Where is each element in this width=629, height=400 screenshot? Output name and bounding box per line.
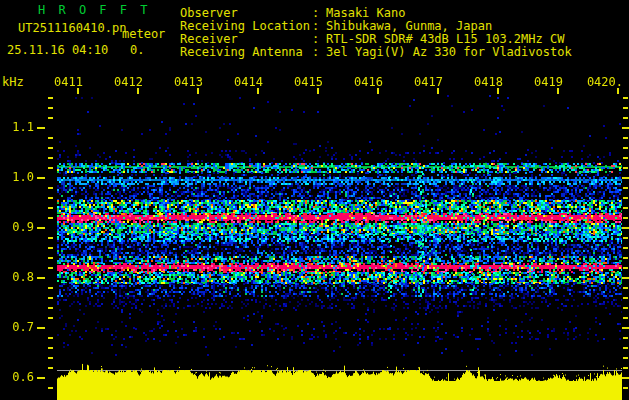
freq-minor-tick-right xyxy=(623,117,628,119)
freq-label: 0.6 xyxy=(2,371,34,384)
time-label: 0412 xyxy=(79,76,143,89)
freq-major-tick-right xyxy=(622,277,629,279)
freq-minor-tick-left xyxy=(48,267,53,269)
freq-minor-tick-right xyxy=(623,237,628,239)
spectrogram xyxy=(57,95,622,368)
freq-minor-tick-left xyxy=(48,247,53,249)
freq-minor-tick-right xyxy=(623,357,628,359)
freq-minor-tick-right xyxy=(623,97,628,99)
time-label: 0414 xyxy=(199,76,263,89)
freq-minor-tick-left xyxy=(48,237,53,239)
time-label: 0416 xyxy=(319,76,383,89)
time-label: 0411 xyxy=(19,76,83,89)
freq-minor-tick-right xyxy=(623,187,628,189)
freq-minor-tick-right xyxy=(623,147,628,149)
time-label: 0417 xyxy=(379,76,443,89)
receiving-antenna-label: Receiving Antenna xyxy=(180,46,303,59)
freq-minor-tick-right xyxy=(623,367,628,369)
freq-minor-tick-right xyxy=(623,317,628,319)
freq-major-tick-left xyxy=(37,177,45,179)
freq-label: 1.0 xyxy=(2,171,34,184)
freq-minor-tick-left xyxy=(48,167,53,169)
freq-minor-tick-right xyxy=(623,267,628,269)
freq-minor-tick-right xyxy=(623,197,628,199)
freq-minor-tick-left xyxy=(48,207,53,209)
freq-minor-tick-left xyxy=(48,337,53,339)
time-label: 0415 xyxy=(259,76,323,89)
freq-minor-tick-right xyxy=(623,387,628,389)
freq-major-tick-left xyxy=(37,127,45,129)
freq-minor-tick-left xyxy=(48,187,53,189)
freq-minor-tick-left xyxy=(48,117,53,119)
freq-minor-tick-right xyxy=(623,347,628,349)
freq-minor-tick-right xyxy=(623,137,628,139)
freq-minor-tick-left xyxy=(48,387,53,389)
echo-count: 0. xyxy=(130,44,144,57)
time-label: 0418 xyxy=(439,76,503,89)
freq-minor-tick-right xyxy=(623,167,628,169)
freq-minor-tick-left xyxy=(48,157,53,159)
signal-level-strip xyxy=(57,356,622,400)
freq-minor-tick-left xyxy=(48,97,53,99)
freq-label: 0.7 xyxy=(2,321,34,334)
freq-minor-tick-left xyxy=(48,107,53,109)
freq-major-tick-right xyxy=(622,377,629,379)
freq-minor-tick-right xyxy=(623,257,628,259)
station-name: meteor xyxy=(122,28,165,41)
receiving-antenna-value: 3el Yagi(V) Az 330 for Vladivostok xyxy=(326,46,572,59)
freq-minor-tick-left xyxy=(48,137,53,139)
freq-minor-tick-right xyxy=(623,307,628,309)
freq-minor-tick-left xyxy=(48,217,53,219)
freq-major-tick-left xyxy=(37,227,45,229)
freq-minor-tick-right xyxy=(623,107,628,109)
freq-minor-tick-right xyxy=(623,337,628,339)
hrofft-screenshot: H R O F F T UT2511160410.pn meteor 25.11… xyxy=(0,0,629,400)
freq-minor-tick-right xyxy=(623,217,628,219)
freq-label: 0.9 xyxy=(2,221,34,234)
freq-major-tick-right xyxy=(622,327,629,329)
freq-minor-tick-left xyxy=(48,197,53,199)
app-title: H R O F F T xyxy=(38,4,150,17)
freq-minor-tick-right xyxy=(623,247,628,249)
time-label: 0420. xyxy=(559,76,623,89)
freq-minor-tick-left xyxy=(48,347,53,349)
freq-minor-tick-left xyxy=(48,317,53,319)
freq-minor-tick-left xyxy=(48,367,53,369)
freq-minor-tick-left xyxy=(48,147,53,149)
freq-major-tick-right xyxy=(622,127,629,129)
freq-label: 1.1 xyxy=(2,121,34,134)
freq-minor-tick-left xyxy=(48,307,53,309)
freq-major-tick-left xyxy=(37,327,45,329)
freq-minor-tick-right xyxy=(623,287,628,289)
freq-minor-tick-left xyxy=(48,297,53,299)
freq-minor-tick-left xyxy=(48,357,53,359)
freq-major-tick-right xyxy=(622,177,629,179)
freq-major-tick-left xyxy=(37,377,45,379)
receiving-antenna-separator: : xyxy=(312,46,319,59)
freq-major-tick-right xyxy=(622,227,629,229)
freq-minor-tick-left xyxy=(48,287,53,289)
freq-minor-tick-left xyxy=(48,257,53,259)
time-label: 0413 xyxy=(139,76,203,89)
frame-datetime: 25.11.16 04:10 xyxy=(7,44,108,57)
freq-label: 0.8 xyxy=(2,271,34,284)
time-label: 0419 xyxy=(499,76,563,89)
freq-minor-tick-right xyxy=(623,157,628,159)
freq-major-tick-left xyxy=(37,277,45,279)
freq-minor-tick-right xyxy=(623,297,628,299)
freq-minor-tick-right xyxy=(623,207,628,209)
output-filename: UT2511160410.pn xyxy=(18,22,126,35)
